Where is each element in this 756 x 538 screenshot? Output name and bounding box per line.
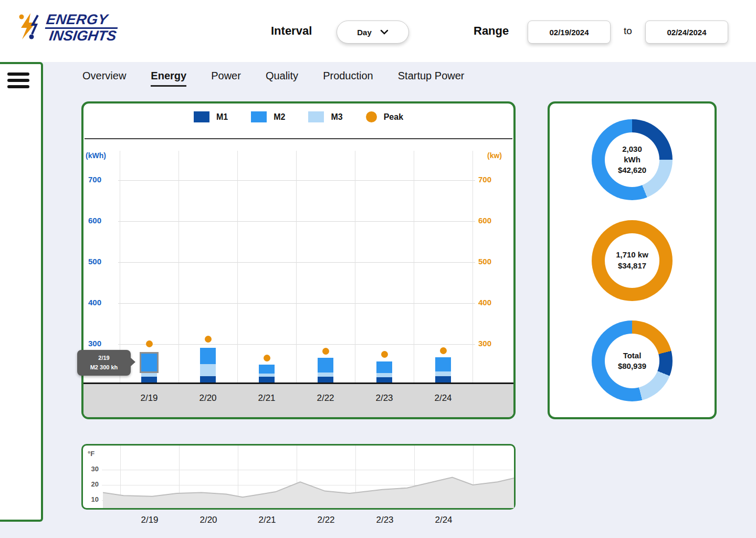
x-axis-label-2-19: 2/19 [128,393,170,404]
tooltip-arrow [131,358,135,366]
bar-2-22-m2[interactable] [318,358,333,373]
temperature-area [103,446,514,508]
bar-2-22-m3[interactable] [318,373,333,377]
logo-text-insights: INSIGHTS [48,29,117,43]
y-tick-left: 400 [83,298,101,307]
bar-2-23-m1[interactable] [376,377,392,382]
temp-x-label-2-22: 2/22 [305,515,347,525]
gridline-v [237,151,238,382]
y-tick-right: 500 [478,257,501,266]
gridline-h [118,221,475,222]
donut-center: Total$80,939 [605,334,659,388]
range-to-label: to [624,25,632,37]
donut-stack: 2,030kWh$42,6201,710 kw$34,817Total$80,9… [550,104,715,417]
logo-text-energy: ENERGY [45,13,120,29]
hamburger-menu-icon[interactable] [7,73,29,91]
bar-2-23-m2[interactable] [376,361,392,373]
gridline-h [118,303,475,304]
interval-dropdown[interactable]: Day [337,20,409,44]
interval-label: Interval [271,24,312,38]
chart-tooltip: 2/19 M2 300 kh [77,350,131,376]
bar-2-24-m1[interactable] [435,376,451,382]
temp-x-label-2-20: 2/20 [187,515,229,525]
gridline-h [118,344,475,345]
gridline-v [414,151,414,382]
donut-center-text: $34,817 [618,261,646,271]
x-axis-label-2-24: 2/24 [422,393,464,404]
gridline-v [296,151,297,382]
bar-2-19-m3[interactable] [141,371,157,377]
bar-2-24-m2[interactable] [435,357,451,371]
bar-2-20-m2[interactable] [200,348,216,364]
logo-bolt-icon [18,13,43,43]
range-start-value: 02/19/2024 [549,28,589,37]
peak-dot-2-21[interactable] [264,355,270,361]
temperature-chart-card: °F 302010 [81,444,516,510]
sidebar [0,62,43,522]
bar-2-24-m3[interactable] [435,371,451,376]
temp-y-tick: 10 [84,495,99,503]
bar-2-21-m1[interactable] [259,377,275,382]
bar-2-19-m1[interactable] [141,377,157,382]
y-tick-left: 600 [83,216,101,225]
y-tick-left: 700 [83,175,101,184]
range-end-input[interactable]: 02/24/2024 [645,20,728,44]
tooltip-date: 2/19 [79,354,129,363]
temp-y-tick: 20 [84,480,99,488]
tab-startup-power[interactable]: Startup Power [398,70,465,87]
tab-energy[interactable]: Energy [151,70,186,87]
bar-2-23-m3[interactable] [376,373,392,377]
bar-2-21-m2[interactable] [259,365,275,374]
peak-dot-2-20[interactable] [205,336,212,343]
temp-unit-label: °F [88,450,94,458]
temp-x-label-2-19: 2/19 [129,515,171,525]
interval-value: Day [357,28,372,37]
tooltip-value: M2 300 kh [79,363,129,373]
y-tick-left: 300 [83,339,101,348]
logo-text: ENERGY INSIGHTS [43,13,120,43]
y-tick-right: 300 [478,339,501,348]
donut-center-text: Total [623,350,642,361]
bar-2-20-m1[interactable] [200,376,216,382]
peak-dot-2-23[interactable] [381,351,388,358]
tab-quality[interactable]: Quality [266,70,298,87]
tab-overview[interactable]: Overview [82,70,126,87]
gridline-v [355,151,355,382]
y-tick-right: 400 [478,298,501,307]
gridline-v [178,151,179,382]
donut-cost-total[interactable]: Total$80,939 [592,320,673,401]
donut-center-text: $80,939 [618,361,646,371]
bar-2-19-m2[interactable] [141,354,157,371]
gridline-v [120,151,120,382]
temp-x-axis: 2/192/202/212/222/232/24 [83,515,517,529]
donut-center-text: kWh [624,154,640,165]
bar-2-20-m3[interactable] [200,364,216,376]
donut-power-total[interactable]: 1,710 kw$34,817 [592,220,673,301]
x-axis-label-2-22: 2/22 [304,393,346,404]
donut-center-text: $42,620 [618,165,646,175]
x-axis-band: 2/192/202/212/222/232/24 [83,382,513,417]
gridline-v [472,151,473,382]
tab-power[interactable]: Power [211,70,241,87]
temp-x-label-2-24: 2/24 [423,515,465,525]
tab-bar: OverviewEnergyPowerQualityProductionStar… [82,70,464,87]
peak-dot-2-22[interactable] [322,348,329,355]
bar-2-22-m1[interactable] [318,377,333,382]
bar-2-21-m3[interactable] [259,374,275,377]
donut-energy-total[interactable]: 2,030kWh$42,620 [592,119,673,200]
y-tick-right: 600 [478,216,501,225]
x-axis-label-2-20: 2/20 [187,393,229,404]
temp-x-label-2-23: 2/23 [364,515,406,525]
tab-production[interactable]: Production [323,70,373,87]
donut-center-text: 2,030 [622,144,642,154]
peak-dot-2-19[interactable] [146,340,153,347]
range-start-input[interactable]: 02/19/2024 [528,20,611,44]
donut-center-text: 1,710 kw [616,250,648,260]
energy-bar-chart-card: M1M2M3Peak (kWh) (kw) 700700600600500500… [81,101,516,419]
peak-dot-2-24[interactable] [440,347,447,354]
y-tick-left: 500 [83,257,101,266]
summary-donuts-card: 2,030kWh$42,6201,710 kw$34,817Total$80,9… [548,101,717,419]
header: ENERGY INSIGHTS Interval Day Range 02/19… [0,0,756,62]
chevron-down-icon [380,29,388,35]
bar-plot-area: 700700600600500500400400300300 [83,104,513,417]
